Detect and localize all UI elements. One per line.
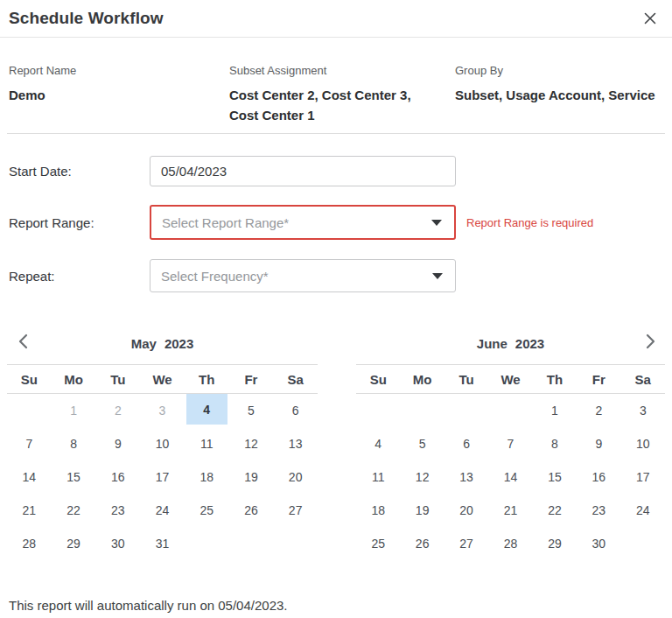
repeat-select[interactable]: Select Frequency* bbox=[150, 259, 456, 292]
report-range-select[interactable]: Select Report Range* bbox=[150, 205, 456, 240]
calendar-day[interactable]: 16 bbox=[577, 460, 620, 494]
report-range-row: Report Range: Select Report Range* Repor… bbox=[9, 205, 672, 240]
start-date-input[interactable] bbox=[150, 156, 456, 186]
start-date-row: Start Date: bbox=[9, 156, 672, 186]
calendar-day[interactable]: 8 bbox=[533, 427, 577, 460]
calendar-day[interactable]: 29 bbox=[52, 527, 96, 560]
report-range-error: Report Range is required bbox=[466, 216, 593, 229]
calendar-day[interactable]: 2 bbox=[577, 394, 620, 427]
calendar-day[interactable]: 18 bbox=[356, 494, 400, 527]
calendar-day[interactable]: 27 bbox=[273, 494, 318, 527]
calendar-day[interactable]: 23 bbox=[95, 494, 140, 527]
chevron-right-icon bbox=[642, 333, 658, 354]
calendar-day[interactable]: 25 bbox=[185, 494, 229, 527]
report-range-label: Report Range: bbox=[9, 215, 150, 230]
schedule-workflow-dialog: Schedule Workflow Report Name Demo Subse… bbox=[0, 0, 672, 618]
calendar-day[interactable]: 21 bbox=[7, 494, 52, 527]
calendar-day[interactable]: 9 bbox=[95, 427, 140, 460]
calendar-day[interactable]: 22 bbox=[52, 494, 96, 527]
calendar-day[interactable]: 11 bbox=[185, 427, 229, 460]
calendar-day[interactable]: 6 bbox=[444, 427, 488, 460]
calendar-day[interactable]: 17 bbox=[140, 460, 185, 494]
calendar-header: May 2023 bbox=[7, 330, 318, 365]
calendar-day[interactable]: 20 bbox=[273, 460, 318, 494]
calendar-day[interactable]: 9 bbox=[577, 427, 620, 460]
dropdown-caret-icon bbox=[432, 273, 443, 279]
calendar-day[interactable]: 16 bbox=[95, 460, 140, 494]
calendar-day[interactable]: 12 bbox=[229, 427, 274, 460]
calendar-day[interactable]: 26 bbox=[229, 494, 274, 527]
dialog-title: Schedule Workflow bbox=[9, 9, 164, 28]
calendar-day[interactable]: 24 bbox=[140, 494, 185, 527]
calendar-day[interactable]: 10 bbox=[140, 427, 185, 460]
calendar-day[interactable]: 7 bbox=[7, 427, 52, 460]
calendar-header: June 2023 bbox=[356, 330, 665, 365]
calendar-day[interactable]: 30 bbox=[577, 527, 620, 560]
calendar-day[interactable]: 10 bbox=[621, 427, 665, 460]
calendar-day[interactable]: 25 bbox=[356, 527, 400, 560]
calendar-day[interactable]: 12 bbox=[400, 460, 444, 494]
calendar-day[interactable]: 28 bbox=[7, 527, 52, 560]
report-summary: Report Name Demo Subset Assignment Cost … bbox=[7, 38, 665, 134]
calendar-day[interactable]: 17 bbox=[621, 460, 665, 494]
calendar-day[interactable]: 28 bbox=[488, 527, 532, 560]
day-grid: 1234567891011121314151617181920212223242… bbox=[356, 394, 665, 560]
date-picker: May 2023 SuMoTuWeThFrSa 1234567891011121… bbox=[0, 330, 672, 560]
calendar-day[interactable]: 19 bbox=[229, 460, 274, 494]
start-date-label: Start Date: bbox=[9, 164, 150, 179]
calendar-day[interactable]: 13 bbox=[273, 427, 318, 460]
calendar-day[interactable]: 15 bbox=[52, 460, 96, 494]
calendar-day[interactable]: 22 bbox=[533, 494, 577, 527]
summary-label: Subset Assignment bbox=[229, 64, 455, 78]
weekday-label: Tu bbox=[444, 372, 488, 387]
day-grid: 1234567891011121314151617181920212223242… bbox=[7, 394, 318, 560]
close-button[interactable] bbox=[640, 9, 660, 28]
weekday-label: Sa bbox=[273, 372, 318, 387]
calendar-empty-cell bbox=[273, 527, 318, 560]
calendar-day[interactable]: 11 bbox=[356, 460, 400, 494]
dropdown-caret-icon bbox=[431, 220, 442, 226]
calendar-day[interactable]: 23 bbox=[577, 494, 620, 527]
calendar-day[interactable]: 21 bbox=[488, 494, 532, 527]
calendar-day[interactable]: 24 bbox=[621, 494, 665, 527]
calendar-day[interactable]: 31 bbox=[140, 527, 185, 560]
calendar-may: May 2023 SuMoTuWeThFrSa 1234567891011121… bbox=[7, 330, 318, 560]
calendar-day[interactable]: 7 bbox=[488, 427, 532, 460]
weekday-label: Fr bbox=[229, 372, 274, 387]
calendar-day[interactable]: 3 bbox=[621, 394, 665, 427]
calendar-day[interactable]: 18 bbox=[185, 460, 229, 494]
next-month-button[interactable] bbox=[639, 332, 662, 355]
calendar-day: 3 bbox=[140, 394, 185, 427]
calendar-day[interactable]: 27 bbox=[444, 527, 488, 560]
dialog-header: Schedule Workflow bbox=[0, 0, 672, 38]
calendar-day[interactable]: 5 bbox=[400, 427, 444, 460]
weekday-label: Tu bbox=[95, 372, 140, 387]
summary-subset-assignment: Subset Assignment Cost Center 2, Cost Ce… bbox=[229, 64, 455, 125]
calendar-day[interactable]: 4 bbox=[186, 394, 228, 425]
weekday-label: Th bbox=[533, 372, 577, 387]
calendar-day[interactable]: 14 bbox=[7, 460, 52, 494]
weekday-label: Mo bbox=[400, 372, 444, 387]
calendar-day[interactable]: 1 bbox=[533, 394, 577, 427]
calendar-day[interactable]: 8 bbox=[52, 427, 96, 460]
calendar-day: 2 bbox=[95, 394, 140, 427]
calendar-day[interactable]: 15 bbox=[533, 460, 577, 494]
calendar-day[interactable]: 13 bbox=[444, 460, 488, 494]
calendar-june: June 2023 SuMoTuWeThFrSa 123456789101112… bbox=[356, 330, 665, 560]
calendar-day[interactable]: 20 bbox=[444, 494, 488, 527]
calendar-day[interactable]: 5 bbox=[229, 394, 274, 427]
calendar-day[interactable]: 14 bbox=[488, 460, 532, 494]
schedule-form: Start Date: Report Range: Select Report … bbox=[9, 156, 672, 292]
calendar-day[interactable]: 6 bbox=[273, 394, 318, 427]
report-range-placeholder: Select Report Range* bbox=[162, 215, 289, 230]
calendar-day[interactable]: 19 bbox=[400, 494, 444, 527]
calendar-empty-cell bbox=[7, 394, 52, 427]
month-year: 2023 bbox=[515, 336, 544, 351]
calendar-empty-cell bbox=[488, 394, 532, 427]
weekday-label: Sa bbox=[621, 372, 665, 387]
calendar-day[interactable]: 4 bbox=[356, 427, 400, 460]
calendar-day[interactable]: 30 bbox=[95, 527, 140, 560]
repeat-row: Repeat: Select Frequency* bbox=[9, 259, 672, 292]
calendar-day[interactable]: 29 bbox=[533, 527, 577, 560]
calendar-day[interactable]: 26 bbox=[400, 527, 444, 560]
